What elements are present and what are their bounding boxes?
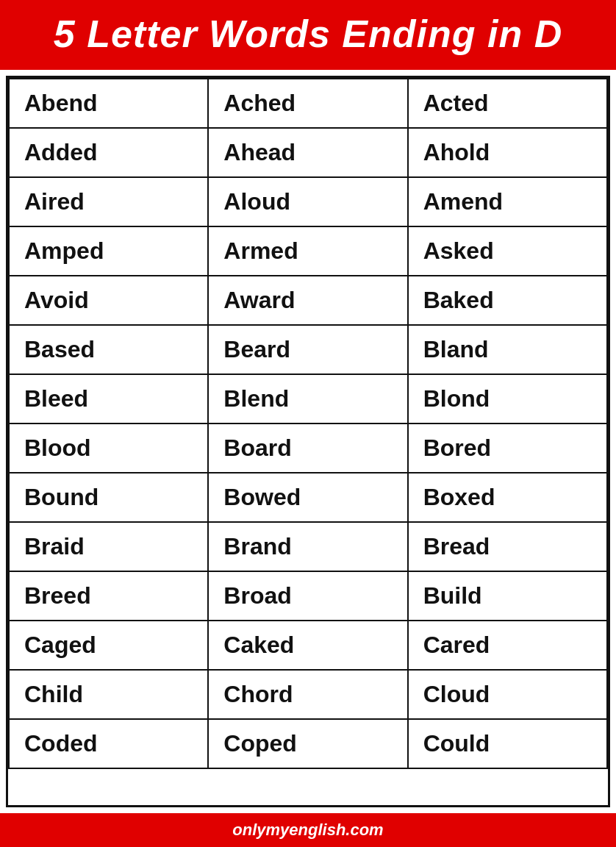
table-row: BreedBroadBuild — [9, 571, 607, 621]
word-cell: Aloud — [208, 177, 407, 226]
word-cell: Bleed — [9, 374, 208, 424]
table-row: BloodBoardBored — [9, 424, 607, 473]
word-cell: Breed — [9, 571, 208, 621]
table-row: AvoidAwardBaked — [9, 276, 607, 325]
page-title: 5 Letter Words Ending in D — [15, 13, 601, 55]
word-cell: Ached — [208, 79, 407, 128]
table-row: AddedAheadAhold — [9, 128, 607, 177]
table-row: BasedBeardBland — [9, 325, 607, 374]
table-row: AbendAchedActed — [9, 79, 607, 128]
word-cell: Could — [408, 719, 607, 768]
word-cell: Bowed — [208, 473, 407, 522]
table-row: AmpedArmedAsked — [9, 226, 607, 276]
word-cell: Caged — [9, 621, 208, 670]
word-cell: Cared — [408, 621, 607, 670]
words-table: AbendAchedActedAddedAheadAholdAiredAloud… — [8, 78, 608, 769]
word-cell: Braid — [9, 522, 208, 571]
word-cell: Bound — [9, 473, 208, 522]
page-header: 5 Letter Words Ending in D — [0, 0, 616, 70]
word-cell: Coded — [9, 719, 208, 768]
word-cell: Caked — [208, 621, 407, 670]
word-cell: Build — [408, 571, 607, 621]
word-cell: Child — [9, 670, 208, 719]
word-cell: Asked — [408, 226, 607, 276]
table-row: BleedBlendBlond — [9, 374, 607, 424]
word-cell: Bored — [408, 424, 607, 473]
word-cell: Ahold — [408, 128, 607, 177]
word-cell: Based — [9, 325, 208, 374]
word-cell: Board — [208, 424, 407, 473]
word-cell: Chord — [208, 670, 407, 719]
word-cell: Cloud — [408, 670, 607, 719]
table-row: BoundBowedBoxed — [9, 473, 607, 522]
word-cell: Blend — [208, 374, 407, 424]
words-table-container: AbendAchedActedAddedAheadAholdAiredAloud… — [6, 76, 610, 807]
word-cell: Avoid — [9, 276, 208, 325]
word-cell: Baked — [408, 276, 607, 325]
table-row: CodedCopedCould — [9, 719, 607, 768]
word-cell: Broad — [208, 571, 407, 621]
page-footer: onlymyenglish.com — [0, 813, 616, 847]
word-cell: Boxed — [408, 473, 607, 522]
word-cell: Blood — [9, 424, 208, 473]
table-row: CagedCakedCared — [9, 621, 607, 670]
word-cell: Coped — [208, 719, 407, 768]
word-cell: Award — [208, 276, 407, 325]
word-cell: Aired — [9, 177, 208, 226]
word-cell: Acted — [408, 79, 607, 128]
table-row: AiredAloudAmend — [9, 177, 607, 226]
word-cell: Brand — [208, 522, 407, 571]
word-cell: Abend — [9, 79, 208, 128]
footer-url: onlymyenglish.com — [15, 821, 601, 840]
word-cell: Ahead — [208, 128, 407, 177]
word-cell: Beard — [208, 325, 407, 374]
table-row: BraidBrandBread — [9, 522, 607, 571]
word-cell: Amend — [408, 177, 607, 226]
word-cell: Amped — [9, 226, 208, 276]
table-row: ChildChordCloud — [9, 670, 607, 719]
word-cell: Bread — [408, 522, 607, 571]
word-cell: Armed — [208, 226, 407, 276]
word-cell: Blond — [408, 374, 607, 424]
word-cell: Bland — [408, 325, 607, 374]
word-cell: Added — [9, 128, 208, 177]
